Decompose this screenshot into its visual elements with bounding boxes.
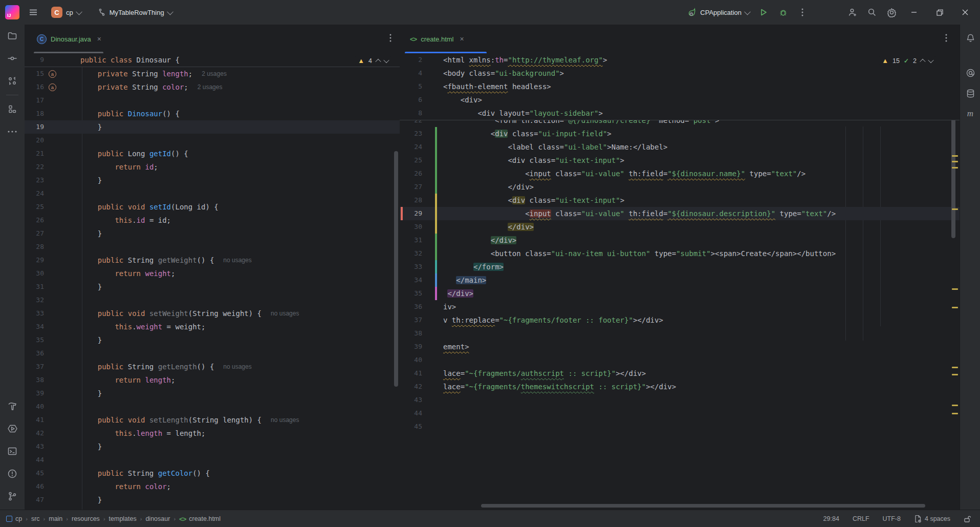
code-line-44[interactable]: 44: [400, 407, 960, 420]
left-inspection-widget[interactable]: ▲ 4: [355, 56, 391, 66]
code-line-41[interactable]: 41lace="~{fragments/authscript :: script…: [400, 367, 960, 380]
encoding-widget[interactable]: UTF-8: [883, 515, 901, 522]
code-line-23[interactable]: 23 <div class="ui-input-field">: [400, 127, 960, 140]
project-tool-button[interactable]: [0, 25, 25, 47]
right-editor[interactable]: 2<html xmlns:th="http://thymeleaf.org">4…: [400, 53, 960, 510]
code-line-39[interactable]: 39ement>: [400, 340, 960, 353]
code-line-40[interactable]: 40: [400, 353, 960, 367]
line-number[interactable]: 36: [400, 300, 422, 313]
line-ending-widget[interactable]: CRLF: [853, 515, 869, 522]
line-number[interactable]: 40: [400, 353, 422, 367]
code-line-30[interactable]: 30 </div>: [400, 220, 960, 234]
line-number[interactable]: 30: [400, 220, 422, 234]
run-button[interactable]: [755, 4, 772, 21]
search-everywhere-button[interactable]: [863, 4, 881, 21]
left-tab-options-button[interactable]: [389, 34, 391, 42]
settings-button[interactable]: [883, 4, 900, 21]
code-line-25[interactable]: 25 <div class="ui-text-input">: [400, 154, 960, 167]
line-number[interactable]: 27: [400, 180, 422, 194]
usages-hint[interactable]: no usages: [271, 307, 299, 320]
code-line-38[interactable]: 38: [400, 327, 960, 340]
pull-requests-tool-button[interactable]: [0, 70, 25, 92]
scrollbar-warning-mark[interactable]: [952, 405, 958, 406]
usages-hint[interactable]: 2 usages: [198, 80, 223, 94]
line-number[interactable]: 24: [25, 187, 44, 200]
code-line-2[interactable]: 2<html xmlns:th="http://thymeleaf.org">: [400, 53, 960, 67]
line-number[interactable]: 43: [400, 393, 422, 407]
line-number[interactable]: 45: [400, 420, 422, 433]
line-number[interactable]: 29: [400, 207, 422, 220]
code-line-27[interactable]: 27 </div>: [400, 180, 960, 194]
code-line-26[interactable]: 26 this.id = id;: [25, 214, 400, 227]
prev-problem-icon[interactable]: [920, 58, 925, 64]
line-number[interactable]: 33: [25, 307, 44, 320]
code-line-26[interactable]: 26 <input class="ui-value" th:field="${d…: [400, 167, 960, 180]
line-number[interactable]: 17: [25, 94, 44, 107]
code-line-42[interactable]: 42 this.length = length;: [25, 427, 400, 440]
line-number[interactable]: 34: [25, 320, 44, 333]
caret-position-widget[interactable]: 29:84: [823, 515, 839, 522]
right-inspection-widget[interactable]: ▲ 15 ✓ 2: [879, 56, 936, 66]
structure-tool-button[interactable]: [0, 98, 25, 120]
line-number[interactable]: 39: [25, 387, 44, 400]
line-number[interactable]: 28: [25, 240, 44, 254]
restore-button[interactable]: [928, 2, 951, 23]
more-tools-button[interactable]: [0, 120, 25, 143]
code-line-18[interactable]: 18 public Dinosaur() {: [25, 107, 400, 120]
code-line-27[interactable]: 27 }: [25, 227, 400, 240]
project-widget[interactable]: C cp: [47, 5, 85, 20]
line-number[interactable]: 37: [25, 360, 44, 373]
line-number[interactable]: 31: [25, 280, 44, 293]
code-with-me-button[interactable]: [844, 4, 861, 21]
code-line-19[interactable]: 19 }: [25, 120, 400, 134]
line-number[interactable]: 43: [25, 440, 44, 453]
line-number[interactable]: 15: [25, 67, 44, 80]
code-line-35[interactable]: 35 </div>: [400, 287, 960, 300]
usages-hint[interactable]: no usages: [271, 413, 299, 427]
code-line-29[interactable]: 29 <input class="ui-value" th:field="${d…: [400, 207, 960, 220]
code-line-32[interactable]: 32 <button class="ui-nav-item ui-button"…: [400, 247, 960, 260]
code-line-39[interactable]: 39 }: [25, 387, 400, 400]
line-number[interactable]: 25: [400, 154, 422, 167]
next-problem-icon[interactable]: [383, 57, 389, 62]
code-line-33[interactable]: 33 </form>: [400, 260, 960, 273]
code-line-21[interactable]: 21 public Long getId() {: [25, 147, 400, 160]
line-number[interactable]: 35: [25, 333, 44, 347]
code-line-6[interactable]: 6 <div>: [400, 93, 960, 107]
scrollbar-warning-mark[interactable]: [952, 161, 958, 162]
breadcrumb-item-cp[interactable]: cp: [6, 515, 22, 522]
line-number[interactable]: 20: [25, 134, 44, 147]
line-number[interactable]: 25: [25, 200, 44, 214]
scrollbar-warning-mark[interactable]: [952, 413, 958, 414]
code-line-38[interactable]: 38 return length;: [25, 373, 400, 387]
code-line-46[interactable]: 46 return color;: [25, 480, 400, 493]
code-line-42[interactable]: 42lace="~{fragments/themeswitchscript ::…: [400, 380, 960, 393]
line-number[interactable]: 16: [25, 80, 44, 94]
code-line-31[interactable]: 31 </div>: [400, 234, 960, 247]
code-line-31[interactable]: 31 }: [25, 280, 400, 293]
scrollbar-warning-mark[interactable]: [952, 367, 958, 368]
scrollbar-warning-mark[interactable]: [952, 307, 958, 308]
line-number[interactable]: 26: [400, 167, 422, 180]
code-line-15[interactable]: 15a private String length;2 usages: [25, 67, 400, 80]
code-line-23[interactable]: 23 }: [25, 174, 400, 187]
run-configuration-select[interactable]: CPApplication: [684, 6, 753, 19]
scrollbar-warning-mark[interactable]: [952, 155, 958, 157]
main-menu-button[interactable]: [25, 4, 42, 21]
line-number[interactable]: 23: [400, 127, 422, 140]
services-tool-button[interactable]: [0, 417, 25, 440]
code-line-44[interactable]: 44: [25, 453, 400, 467]
breadcrumb-item-src[interactable]: src: [31, 515, 40, 522]
line-number[interactable]: 31: [400, 234, 422, 247]
line-number[interactable]: 42: [25, 427, 44, 440]
next-problem-icon[interactable]: [928, 57, 933, 62]
code-line-5[interactable]: 5<fbauth-element headless>: [400, 80, 960, 93]
line-number[interactable]: 45: [25, 467, 44, 480]
indent-widget[interactable]: 4 spaces: [914, 515, 950, 523]
scrollbar-warning-mark[interactable]: [952, 374, 958, 375]
left-editor[interactable]: 9public class Dinosaur { 15a private Str…: [25, 53, 400, 510]
line-number[interactable]: 27: [25, 227, 44, 240]
line-number[interactable]: 24: [400, 140, 422, 154]
line-number[interactable]: 22: [400, 120, 422, 127]
line-number[interactable]: 22: [25, 160, 44, 174]
